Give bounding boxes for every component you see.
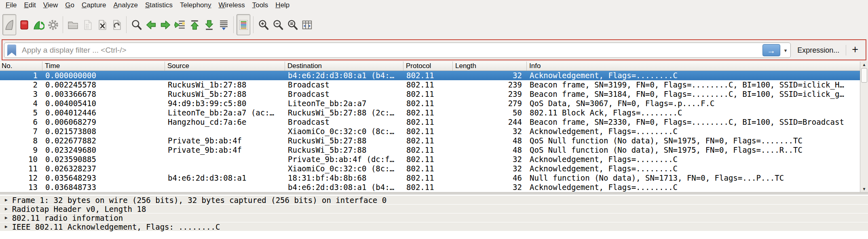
cell-destination: RuckusWi_5b:27:88 xyxy=(285,145,403,155)
detail-row[interactable]: ▶Radiotap Header v0, Length 18 xyxy=(0,205,868,213)
menu-telephony[interactable]: Telephony xyxy=(176,1,215,9)
packet-details-pane: ▶Frame 1: 32 bytes on wire (256 bits), 3… xyxy=(0,194,868,239)
cell-no: 4 xyxy=(0,99,42,108)
go-first-packet-icon xyxy=(189,19,201,31)
menu-analyze[interactable]: Analyze xyxy=(110,1,141,9)
cell-source: b4:e6:2d:d3:08:a1 xyxy=(165,173,285,183)
packet-row-4[interactable]: 40.00400541094:d9:b3:99:c5:80LiteonTe_bb… xyxy=(0,99,860,108)
cell-time: 0.021573808 xyxy=(42,127,165,136)
packet-list-rows: 10.000000000b4:e6:2d:d3:08:a1 (b4:…802.1… xyxy=(0,71,860,192)
menu-view[interactable]: View xyxy=(40,1,62,9)
packet-row-13[interactable]: 130.036848733b4:e6:2d:d3:08:a1 (b4:…802.… xyxy=(0,183,860,192)
packet-row-1[interactable]: 10.000000000b4:e6:2d:d3:08:a1 (b4:…802.1… xyxy=(0,71,860,80)
cell-source: LiteonTe_bb:2a:a7 (ac:… xyxy=(165,108,285,117)
detail-row[interactable]: ▶802.11 radio information xyxy=(0,213,868,222)
zoom-in-button[interactable] xyxy=(256,14,270,35)
column-header-info[interactable]: Info xyxy=(527,62,868,70)
colorize-packets-button[interactable] xyxy=(237,14,250,35)
cell-source xyxy=(165,155,285,164)
menu-help[interactable]: Help xyxy=(272,1,293,9)
cell-source: Private_9b:ab:4f xyxy=(165,136,285,145)
cell-time: 0.004012446 xyxy=(42,108,165,117)
save-capture-file-button[interactable] xyxy=(80,14,94,35)
expression-button[interactable]: Expression... xyxy=(791,46,846,55)
start-capture-button[interactable] xyxy=(2,14,16,35)
detail-text: Radiotap Header v0, Length 18 xyxy=(12,205,146,213)
packet-row-12[interactable]: 120.035648293b4:e6:2d:d3:08:a118:31:bf:4… xyxy=(0,173,860,183)
cell-source: Private_9b:ab:4f xyxy=(165,145,285,155)
menu-file[interactable]: File xyxy=(2,1,20,9)
capture-options-button[interactable] xyxy=(46,14,60,35)
filter-history-caret-icon[interactable]: ▾ xyxy=(784,47,787,53)
go-last-packet-icon xyxy=(203,19,215,31)
filter-placeholder-text: Apply a display filter ... <Ctrl-/> xyxy=(22,46,759,55)
display-filter-input[interactable]: Apply a display filter ... <Ctrl-/> → ▾ xyxy=(4,43,791,58)
detail-row[interactable]: ▶IEEE 802.11 Acknowledgement, Flags: ...… xyxy=(0,222,868,231)
menu-statistics[interactable]: Statistics xyxy=(141,1,176,9)
go-to-packet-button[interactable] xyxy=(173,14,187,35)
apply-filter-button[interactable]: → xyxy=(762,44,780,56)
add-filter-button[interactable]: + xyxy=(846,43,864,57)
expand-arrow-icon[interactable]: ▶ xyxy=(5,197,8,203)
auto-scroll-button[interactable] xyxy=(217,14,230,35)
cell-no: 2 xyxy=(0,80,42,90)
packet-row-3[interactable]: 30.003366678RuckusWi_5b:27:88Broadcast80… xyxy=(0,90,860,99)
packet-row-11[interactable]: 110.026328237XiaomiCo_0c:32:c0 (8c:…802.… xyxy=(0,164,860,173)
packet-row-7[interactable]: 70.021573808XiaomiCo_0c:32:c0 (8c:…802.1… xyxy=(0,127,860,136)
expand-arrow-icon[interactable]: ▶ xyxy=(5,206,8,211)
packet-row-5[interactable]: 50.004012446LiteonTe_bb:2a:a7 (ac:…Rucku… xyxy=(0,108,860,117)
menu-wireless[interactable]: Wireless xyxy=(215,1,249,9)
packet-list-scrollbar[interactable]: ▲ ▼ xyxy=(860,62,868,192)
close-capture-file-button[interactable] xyxy=(95,14,109,35)
resize-columns-button[interactable] xyxy=(300,14,314,35)
start-capture-icon xyxy=(4,19,15,31)
cell-info: QoS Data, SN=3067, FN=0, Flags=.p....F.C xyxy=(527,99,860,108)
column-header-time[interactable]: Time xyxy=(42,62,165,70)
scroll-down-arrow-icon[interactable]: ▼ xyxy=(860,186,868,192)
go-back-button[interactable] xyxy=(144,14,158,35)
scrollbar-thumb[interactable] xyxy=(861,68,867,83)
packet-row-6[interactable]: 60.006068279Hangzhou_cd:7a:6eBroadcast80… xyxy=(0,117,860,127)
column-header-source[interactable]: Source xyxy=(165,62,285,70)
cell-info: Acknowledgement, Flags=........C xyxy=(527,71,860,80)
detail-row[interactable]: ▶Frame 1: 32 bytes on wire (256 bits), 3… xyxy=(0,196,868,204)
zoom-original-button[interactable] xyxy=(285,14,299,35)
restart-capture-button[interactable] xyxy=(32,14,45,35)
stop-capture-button[interactable] xyxy=(17,14,31,35)
go-first-packet-button[interactable] xyxy=(188,14,201,35)
column-header-destination[interactable]: Destination xyxy=(285,62,403,70)
cell-no: 6 xyxy=(0,117,42,127)
packet-row-2[interactable]: 20.002245578RuckusWi_1b:27:88Broadcast80… xyxy=(0,80,860,90)
column-header-no[interactable]: No. xyxy=(0,62,42,70)
zoom-out-icon xyxy=(272,19,284,31)
menu-go[interactable]: Go xyxy=(61,1,78,9)
cell-time: 0.004005410 xyxy=(42,99,165,108)
packet-row-10[interactable]: 100.023590885Private_9b:ab:4f (dc:f…802.… xyxy=(0,155,860,164)
expand-arrow-icon[interactable]: ▶ xyxy=(5,215,8,220)
cell-no: 7 xyxy=(0,127,42,136)
go-back-icon xyxy=(145,19,157,31)
cell-no: 1 xyxy=(0,71,42,80)
menu-tools[interactable]: Tools xyxy=(249,1,272,9)
expand-arrow-icon[interactable]: ▶ xyxy=(5,224,8,229)
go-forward-button[interactable] xyxy=(158,14,172,35)
go-last-packet-button[interactable] xyxy=(202,14,216,35)
find-packet-button[interactable] xyxy=(129,14,143,35)
menu-edit[interactable]: Edit xyxy=(20,1,39,9)
column-header-length[interactable]: Length xyxy=(453,62,527,70)
cell-time: 0.036848733 xyxy=(42,183,165,192)
packet-row-9[interactable]: 90.023249680Private_9b:ab:4fRuckusWi_5b:… xyxy=(0,145,860,155)
cell-protocol: 802.11 xyxy=(403,117,453,127)
cell-protocol: 802.11 xyxy=(403,99,453,108)
reload-capture-file-button[interactable] xyxy=(110,14,123,35)
packet-row-8[interactable]: 80.022677882Private_9b:ab:4fRuckusWi_5b:… xyxy=(0,136,860,145)
column-header-protocol[interactable]: Protocol xyxy=(403,62,453,70)
open-capture-file-button[interactable] xyxy=(66,14,80,35)
cell-no: 11 xyxy=(0,164,42,173)
cell-source xyxy=(165,164,285,173)
filter-bookmark-icon[interactable] xyxy=(7,45,16,56)
scroll-up-arrow-icon[interactable]: ▲ xyxy=(860,62,868,68)
menu-capture[interactable]: Capture xyxy=(78,1,110,9)
zoom-out-button[interactable] xyxy=(271,14,285,35)
cell-no: 5 xyxy=(0,108,42,117)
